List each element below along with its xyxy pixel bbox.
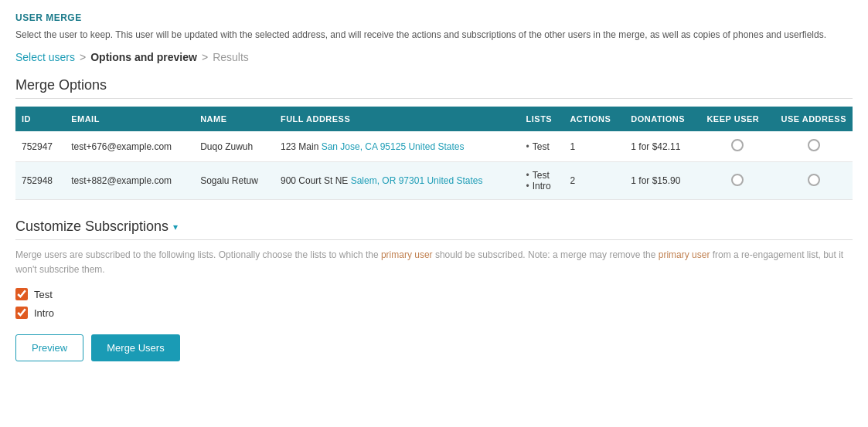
col-email: EMAIL [65, 107, 194, 131]
table-header-row: ID EMAIL NAME FULL ADDRESS LISTS ACTIONS… [15, 107, 853, 131]
table-row: 752948 test+882@example.com Sogalu Retuw… [15, 162, 853, 200]
customize-description: Merge users are subscribed to the follow… [15, 248, 853, 277]
col-lists: LISTS [520, 107, 564, 131]
cell-address-2: 900 Court St NE Salem, OR 97301 United S… [274, 162, 520, 200]
cell-donations-1: 1 for $42.11 [625, 131, 700, 162]
col-id: ID [15, 107, 65, 131]
page-header-label: USER MERGE [15, 12, 853, 23]
chevron-down-icon: ▾ [173, 222, 178, 232]
preview-button[interactable]: Preview [15, 334, 83, 361]
cell-lists-2: •Test •Intro [520, 162, 564, 200]
cell-use-address-1[interactable] [774, 131, 853, 162]
cell-name-2: Sogalu Retuw [194, 162, 274, 200]
col-donations: DONATIONS [625, 107, 700, 131]
breadcrumb-sep-2: > [202, 51, 208, 63]
breadcrumb-options-preview: Options and preview [90, 51, 197, 63]
use-address-radio-1[interactable] [808, 139, 820, 151]
col-use-address: USE ADDRESS [774, 107, 853, 131]
merge-options-title: Merge Options [15, 77, 853, 99]
breadcrumb-sep-1: > [80, 51, 86, 63]
breadcrumb-results: Results [213, 51, 249, 63]
cell-id-1: 752947 [15, 131, 65, 162]
cell-actions-2: 2 [563, 162, 625, 200]
cell-lists-1: •Test [520, 131, 564, 162]
merge-users-button[interactable]: Merge Users [91, 334, 179, 361]
cell-actions-1: 1 [563, 131, 625, 162]
cell-keep-user-1[interactable] [700, 131, 774, 162]
col-keep-user: KEEP USER [700, 107, 774, 131]
keep-user-radio-1[interactable] [731, 139, 744, 151]
action-buttons: Preview Merge Users [15, 334, 853, 361]
cell-name-1: Duqo Zuwuh [194, 131, 274, 162]
cell-use-address-2[interactable] [774, 162, 853, 200]
checkbox-intro-label: Intro [34, 307, 54, 319]
breadcrumb-select-users[interactable]: Select users [15, 51, 75, 63]
keep-user-radio-2[interactable] [731, 174, 744, 186]
customize-subscriptions-section: Customize Subscriptions ▾ Merge users ar… [15, 219, 853, 319]
table-row: 752947 test+676@example.com Duqo Zuwuh 1… [15, 131, 853, 162]
checkbox-row-test: Test [15, 288, 853, 300]
col-full-address: FULL ADDRESS [274, 107, 520, 131]
cell-id-2: 752948 [15, 162, 65, 200]
cell-keep-user-2[interactable] [700, 162, 774, 200]
customize-subscriptions-title: Customize Subscriptions ▾ [15, 219, 853, 240]
col-actions: ACTIONS [563, 107, 625, 131]
cell-email-1: test+676@example.com [65, 131, 194, 162]
page-description: Select the user to keep. This user will … [15, 28, 853, 42]
checkbox-test[interactable] [15, 288, 28, 300]
merge-options-section: Merge Options ID EMAIL NAME FULL ADDRESS… [15, 77, 853, 200]
checkbox-test-label: Test [34, 289, 53, 300]
checkbox-intro[interactable] [15, 307, 28, 319]
col-name: NAME [194, 107, 274, 131]
merge-table: ID EMAIL NAME FULL ADDRESS LISTS ACTIONS… [15, 107, 853, 200]
cell-email-2: test+882@example.com [65, 162, 194, 200]
cell-donations-2: 1 for $15.90 [625, 162, 700, 200]
checkbox-row-intro: Intro [15, 307, 853, 319]
cell-address-1: 123 Main San Jose, CA 95125 United State… [274, 131, 520, 162]
breadcrumb: Select users > Options and preview > Res… [15, 51, 853, 63]
use-address-radio-2[interactable] [808, 174, 820, 186]
